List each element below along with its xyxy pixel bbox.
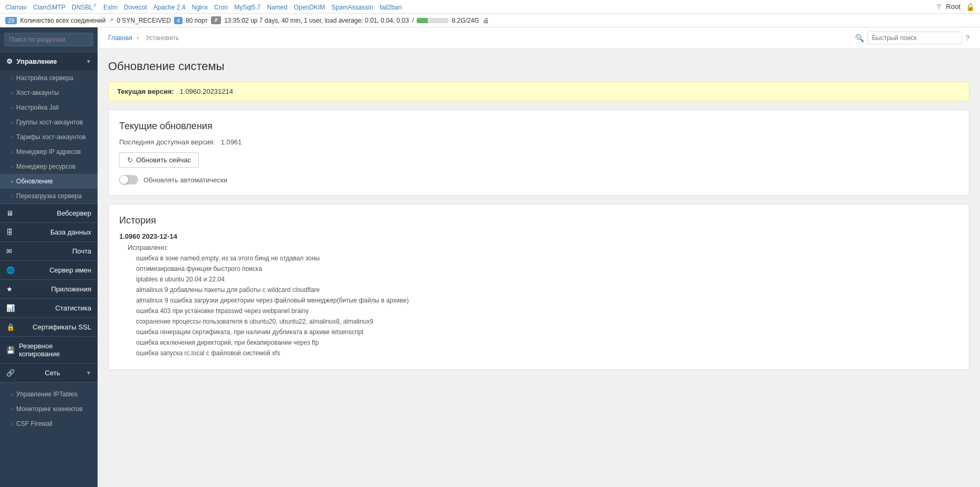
sidebar-item-host-groups[interactable]: Группы хост-аккаунтов: [0, 115, 98, 130]
sidebar-icon-webserver: 🖥: [6, 209, 13, 217]
sidebar-item-backup[interactable]: 💾Резервное копирование: [0, 337, 98, 364]
lock-icon: 🔒: [966, 3, 975, 11]
sidebar-item-update[interactable]: Обновление: [0, 174, 98, 189]
sidebar-item-mail[interactable]: ✉Почта: [0, 242, 98, 261]
updates-card-title: Текущие обновления: [119, 121, 958, 132]
connections-count: 29: [5, 17, 17, 24]
latest-version-label: Последняя доступная версия:: [119, 138, 215, 146]
top-nav-links: ClamavClamSMTPDNSBL✓EximDovecotApache 2.…: [5, 2, 408, 11]
history-item: сохранение процессы пользователя в ubunt…: [136, 317, 958, 326]
management-items: Настройка сервераХост-аккаунтыНастройка …: [0, 71, 98, 203]
sidebar-item-host-accounts[interactable]: Хост-аккаунты: [0, 85, 98, 100]
history-card-title: История: [119, 215, 958, 226]
topnav-link-nginx[interactable]: Nginx: [191, 4, 208, 11]
history-item: iptables в ubuntu 20.04 и 22.04: [136, 275, 958, 284]
sidebar-item-ssl[interactable]: 🔒Сертификаты SSL: [0, 318, 98, 337]
update-now-button[interactable]: ↻ Обновить сейчас: [119, 152, 199, 168]
sidebar-item-network[interactable]: 🔗Сеть▼: [0, 364, 98, 383]
topnav-link-named[interactable]: Named: [267, 4, 287, 11]
connections-label: Количество всех соединений: [20, 17, 105, 24]
sidebar-search-container: [0, 27, 98, 52]
sidebar-icon-database: 🗄: [6, 228, 13, 236]
memory-icon: 🖨: [483, 17, 489, 24]
sidebar-item-server-settings[interactable]: Настройка сервера: [0, 71, 98, 85]
quick-search: 🔍 ?: [855, 32, 969, 44]
page-content: Обновление системы Текущая версия: 1.096…: [98, 49, 980, 487]
sidebar-item-ip-manager[interactable]: Менеджер IP адресов: [0, 144, 98, 159]
history-entries: 1.0960 2023-12-14Исправлено:ошибка в зон…: [119, 232, 958, 358]
topnav-link-spamassassin[interactable]: SpamAssassin: [331, 4, 373, 11]
sidebar-icon-mail: ✉: [6, 247, 12, 255]
sidebar-item-server-restart[interactable]: Перезагрузка сервера: [0, 189, 98, 203]
sidebar-item-csf-firewall[interactable]: CSF Firewall: [0, 416, 98, 431]
sidebar-item-resource-manager[interactable]: Менеджер ресурсов: [0, 159, 98, 174]
sidebar: ⚙ Управление ▼ Настройка сервераХост-акк…: [0, 27, 98, 487]
content-header: Главная › Установить 🔍 ?: [98, 27, 980, 49]
port-marker: ✗: [211, 16, 221, 24]
management-icon: ⚙: [6, 57, 13, 65]
sidebar-icon-apps: ★: [6, 285, 13, 293]
breadcrumb: Главная › Установить: [108, 34, 181, 42]
memory-label: 8.2G/24G: [451, 17, 479, 24]
sidebar-bottom-section: Управление IPTablesМониторинг коннектовC…: [0, 387, 98, 431]
sidebar-section-header-management[interactable]: ⚙ Управление ▼: [0, 52, 98, 71]
sidebar-item-database[interactable]: 🗄База данных: [0, 223, 98, 242]
topnav-link-clamsmtp[interactable]: ClamSMTP: [33, 4, 65, 11]
sidebar-icon-backup: 💾: [6, 346, 15, 354]
sidebar-item-apps[interactable]: ★Приложения: [0, 280, 98, 299]
uptime-text: 13:35:02 up 7 days, 40 min, 1 user, load…: [224, 17, 409, 24]
main-layout: ⚙ Управление ▼ Настройка сервераХост-акк…: [0, 27, 980, 487]
toggle-knob: [120, 176, 128, 184]
topnav-link-opendkim[interactable]: OpenDKIM: [294, 4, 325, 11]
history-item: ошибка генерации сертификата, при наличи…: [136, 327, 958, 337]
sidebar-section-management: ⚙ Управление ▼ Настройка сервераХост-акк…: [0, 52, 98, 204]
help-icon[interactable]: ?: [937, 3, 941, 11]
search-icon: 🔍: [855, 34, 864, 42]
memory-progress: [417, 18, 448, 23]
breadcrumb-home[interactable]: Главная: [108, 34, 132, 42]
topnav-link-fail2ban[interactable]: fail2ban: [380, 4, 402, 11]
history-item: ошибка запуска rc.local с файловой систе…: [136, 348, 958, 358]
version-banner: Текущая версия: 1.0960.20231214: [108, 82, 969, 101]
sidebar-item-host-tariffs[interactable]: Тарифы хост-аккаунтов: [0, 130, 98, 144]
sidebar-section-management-label: ⚙ Управление: [6, 57, 57, 65]
sidebar-item-nameserver[interactable]: 🌐Сервер имен: [0, 261, 98, 280]
quick-search-input[interactable]: [867, 32, 962, 44]
refresh-icon: ↻: [127, 156, 133, 164]
sidebar-item-connections-monitor[interactable]: Мониторинг коннектов: [0, 402, 98, 416]
topnav-link-apache24[interactable]: Apache 2.4: [153, 4, 186, 11]
update-now-label: Обновить сейчас: [136, 156, 191, 164]
sidebar-item-iptables[interactable]: Управление IPTables: [0, 387, 98, 402]
chevron-icon-network: ▼: [86, 370, 91, 376]
topnav-link-cron[interactable]: Cron: [214, 4, 228, 11]
history-fixed-label: Исправлено:: [128, 244, 958, 251]
breadcrumb-separator: ›: [137, 34, 139, 42]
updates-card: Текущие обновления Последняя доступная в…: [108, 110, 969, 196]
topnav-link-mysql57[interactable]: MySql5.7: [234, 4, 261, 11]
history-item: ошибка исключения директорий, при бекапи…: [136, 338, 958, 347]
sidebar-icon-nameserver: 🌐: [6, 266, 15, 274]
sidebar-plain-items: 🖥Вебсервер🗄База данных✉Почта🌐Сервер имен…: [0, 204, 98, 383]
sidebar-icon-network: 🔗: [6, 369, 15, 377]
topnav-link-clamav[interactable]: Clamav: [5, 4, 27, 11]
breadcrumb-current: Установить: [146, 34, 179, 42]
sidebar-item-jail-settings[interactable]: Настройка Jail: [0, 100, 98, 115]
sidebar-search-input[interactable]: [4, 33, 93, 46]
auto-update-toggle[interactable]: [119, 175, 138, 184]
sidebar-icon-stats: 📊: [6, 304, 15, 312]
topnav-link-dovecot[interactable]: Dovecot: [124, 4, 147, 11]
user-name: Root: [946, 3, 960, 11]
topnav-link-dnsbl[interactable]: DNSBL✓: [72, 4, 97, 11]
sidebar-bottom-items: Управление IPTablesМониторинг коннектовC…: [0, 387, 98, 431]
quick-help-icon[interactable]: ?: [965, 34, 969, 42]
sidebar-item-stats[interactable]: 📊Статистика: [0, 299, 98, 318]
chevron-down-icon: ▼: [86, 59, 91, 64]
auto-update-row: Обновлять автоматически: [119, 175, 958, 184]
history-item: оптимизирована функция быстрого поиска: [136, 264, 958, 274]
separator: /: [412, 17, 414, 24]
sidebar-item-webserver[interactable]: 🖥Вебсервер: [0, 204, 98, 223]
topnav-link-exim[interactable]: Exim: [103, 4, 118, 11]
current-version-label: Текущая версия:: [117, 87, 174, 95]
ports-count: 4: [174, 17, 182, 24]
memory-fill: [417, 18, 427, 23]
